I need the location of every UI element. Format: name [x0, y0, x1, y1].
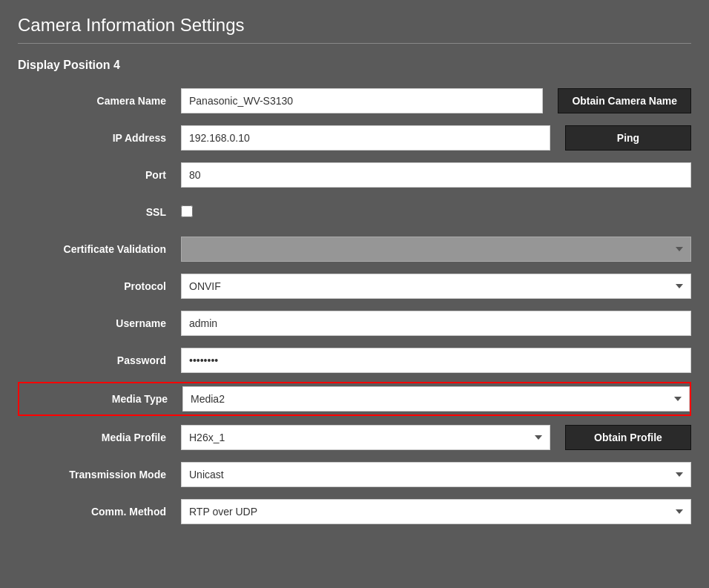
comm-method-label: Comm. Method	[18, 506, 181, 518]
obtain-camera-name-button[interactable]: Obtain Camera Name	[558, 88, 691, 113]
password-input[interactable]	[181, 348, 691, 373]
certificate-validation-label: Certificate Validation	[18, 243, 181, 255]
password-control	[181, 348, 691, 373]
certificate-validation-select[interactable]: Validate Do Not Validate	[181, 237, 691, 262]
camera-name-input[interactable]	[181, 88, 543, 113]
port-row: Port	[18, 159, 691, 191]
certificate-validation-row: Certificate Validation Validate Do Not V…	[18, 234, 691, 265]
camera-name-row: Camera Name Obtain Camera Name	[18, 85, 691, 116]
comm-method-control: RTP over UDP RTP over TCP HTTP	[181, 499, 691, 524]
ssl-row: SSL	[18, 196, 691, 228]
transmission-mode-select[interactable]: Unicast Multicast	[181, 462, 691, 487]
port-label: Port	[18, 169, 181, 181]
transmission-mode-control: Unicast Multicast	[181, 462, 691, 487]
ip-address-label: IP Address	[18, 132, 181, 144]
media-type-row: Media Type Media1 Media2 Media3	[18, 382, 691, 416]
certificate-validation-control: Validate Do Not Validate	[181, 237, 691, 262]
media-profile-row: Media Profile H26x_1 H26x_2 JPEG_1 Obtai…	[18, 422, 691, 453]
camera-name-label: Camera Name	[18, 95, 181, 107]
media-type-select[interactable]: Media1 Media2 Media3	[182, 386, 690, 412]
username-input[interactable]	[181, 311, 691, 336]
protocol-select[interactable]: ONVIF JPEG H.264	[181, 274, 691, 299]
ssl-control	[181, 205, 691, 219]
username-label: Username	[18, 317, 181, 329]
protocol-row: Protocol ONVIF JPEG H.264	[18, 271, 691, 302]
ip-address-row: IP Address Ping	[18, 122, 691, 153]
ping-button[interactable]: Ping	[565, 125, 691, 151]
username-control	[181, 311, 691, 336]
port-control	[181, 162, 691, 188]
username-row: Username	[18, 308, 691, 339]
password-row: Password	[18, 345, 691, 376]
form-container: Camera Name Obtain Camera Name IP Addres…	[18, 85, 691, 527]
media-type-control: Media1 Media2 Media3	[182, 386, 690, 412]
media-type-label: Media Type	[19, 393, 182, 405]
media-profile-control: H26x_1 H26x_2 JPEG_1	[181, 425, 550, 450]
ssl-label: SSL	[18, 206, 181, 218]
comm-method-select[interactable]: RTP over UDP RTP over TCP HTTP	[181, 499, 691, 524]
comm-method-row: Comm. Method RTP over UDP RTP over TCP H…	[18, 496, 691, 527]
obtain-profile-button[interactable]: Obtain Profile	[565, 425, 691, 450]
divider	[18, 43, 691, 44]
ip-address-control	[181, 125, 550, 151]
camera-name-control	[181, 88, 543, 113]
password-label: Password	[18, 354, 181, 366]
page-title: Camera Information Settings	[18, 15, 691, 36]
port-input[interactable]	[181, 162, 691, 188]
transmission-mode-row: Transmission Mode Unicast Multicast	[18, 459, 691, 490]
transmission-mode-label: Transmission Mode	[18, 469, 181, 480]
protocol-label: Protocol	[18, 280, 181, 292]
ip-address-input[interactable]	[181, 125, 550, 151]
protocol-control: ONVIF JPEG H.264	[181, 274, 691, 299]
section-title: Display Position 4	[18, 59, 691, 72]
page-container: Camera Information Settings Display Posi…	[0, 0, 709, 548]
media-profile-label: Media Profile	[18, 432, 181, 443]
ssl-checkbox[interactable]	[181, 205, 193, 217]
media-profile-select[interactable]: H26x_1 H26x_2 JPEG_1	[181, 425, 550, 450]
